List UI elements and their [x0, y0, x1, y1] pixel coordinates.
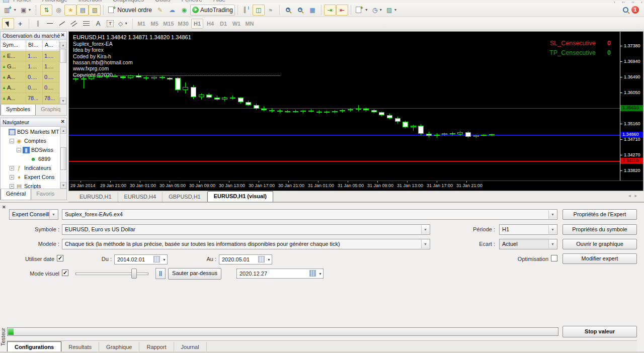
skip-button[interactable]: Sauter par-dessus [168, 268, 221, 280]
zoom-in-button[interactable] [282, 5, 294, 16]
cursor-tool[interactable] [2, 18, 14, 29]
from-date-field[interactable]: 2014.02.01▼ [114, 254, 168, 264]
column-symbol[interactable]: Sym... [1, 40, 26, 50]
chart-plot[interactable]: EURUSD,H1 1.34842 1.34871 1.34820 1.3486… [69, 32, 620, 181]
expand-toggle[interactable]: + [10, 166, 14, 170]
timeframe-button-H1[interactable]: H1 [191, 19, 203, 29]
data-window-toggle[interactable]: ◎ [52, 5, 64, 16]
tab-favoris[interactable]: Favoris [31, 189, 59, 200]
time-axis[interactable]: 29 Jan 201429 Jan 21:0030 Jan 01:0030 Ja… [69, 181, 643, 191]
close-icon[interactable]: ✕ [61, 119, 65, 124]
scroll-down-icon[interactable]: ▼ [60, 98, 66, 104]
horizontal-line-tool[interactable] [44, 18, 56, 29]
market-watch-toggle[interactable]: ⇅ [40, 5, 52, 16]
market-watch-row[interactable]: ▲A...0....0.... [1, 72, 60, 82]
notification-badge[interactable]: 1 [631, 6, 639, 14]
metaeditor-button[interactable]: ✎ [154, 5, 166, 16]
symbol-select[interactable]: EURUSD, Euro vs US Dollar▼ [62, 224, 430, 235]
navigator-item[interactable]: –◉Comptes [1, 136, 60, 145]
scroll-up-icon[interactable]: ▲ [60, 42, 66, 48]
market-watch-row[interactable]: ▲A...0....0.... [1, 82, 60, 93]
equidistant-channel-tool[interactable] [68, 18, 80, 29]
expand-toggle[interactable]: + [10, 184, 14, 189]
templates-button[interactable]: ▨▼ [384, 5, 399, 16]
open-chart-button[interactable]: Ouvrir le graphique [562, 239, 637, 249]
timeframe-button-W1[interactable]: W1 [230, 19, 243, 29]
model-select[interactable]: Chaque tick (la méthode la plus précise,… [62, 239, 430, 249]
timeframe-button-H4[interactable]: H4 [204, 19, 216, 29]
arrows-tool[interactable]: ◇▼ [116, 18, 130, 29]
new-chart-button[interactable]: ▥+▼ [2, 5, 19, 16]
search-button[interactable] [619, 5, 631, 16]
symbol-properties-button[interactable]: Propriétés du symbole [562, 224, 637, 235]
optimization-checkbox[interactable] [551, 255, 557, 261]
navigator-item[interactable]: ☻6899 [1, 154, 60, 163]
text-label-tool[interactable]: T [104, 18, 116, 29]
stop-button[interactable]: Stop valeur [562, 326, 637, 337]
speed-slider-thumb[interactable] [131, 269, 137, 279]
close-icon[interactable]: ✕ [61, 32, 65, 38]
visual-date-field[interactable]: 2020.12.27▼ [236, 269, 324, 279]
tab-graphique[interactable]: Graphiq [36, 105, 65, 115]
terminal-toggle[interactable]: ▤ [76, 5, 89, 16]
candlestick-chart-button[interactable]: ◫ [253, 5, 265, 16]
publish-button[interactable]: ☁ [166, 5, 178, 16]
scroll-up-icon[interactable]: ▲ [60, 127, 66, 134]
new-order-button[interactable]: +Nouvel ordre [106, 5, 154, 16]
expand-toggle[interactable]: – [10, 139, 14, 143]
navigator-item[interactable]: +▤Scripts [1, 182, 60, 189]
navigator-toggle[interactable]: ★ [64, 5, 76, 16]
signals-button[interactable]: ◉ [178, 5, 190, 16]
expert-properties-button[interactable]: Propriétés de l'Expert [562, 209, 637, 220]
expand-toggle[interactable]: + [10, 175, 14, 180]
market-watch-row[interactable]: ▲A...78...78... [1, 93, 60, 104]
timeframe-button-D1[interactable]: D1 [217, 19, 229, 29]
timeframe-button-MN[interactable]: MN [244, 19, 256, 29]
expand-toggle[interactable]: – [17, 148, 21, 152]
periods-button[interactable]: ◷▼ [370, 5, 384, 16]
trendline-tool[interactable] [56, 18, 68, 29]
expert-type-select[interactable]: Expert Conseiller▼ [9, 209, 58, 220]
tab-scroll-arrows[interactable]: ◂▸ [628, 193, 641, 198]
period-select[interactable]: H1▼ [499, 224, 557, 235]
profiles-button[interactable]: ▣▼ [19, 5, 33, 16]
tab-general[interactable]: Général [1, 189, 31, 200]
timeframe-button-M5[interactable]: M5 [148, 19, 160, 29]
text-tool[interactable]: A [92, 18, 104, 29]
fibonacci-tool[interactable] [80, 18, 92, 29]
expert-name-select[interactable]: Suplex_forex-EAv6.ex4▼ [62, 209, 557, 220]
navigator-item[interactable]: –▮BDSwiss [1, 145, 60, 154]
spread-select[interactable]: Actuel▼ [499, 239, 557, 249]
speed-slider-track[interactable] [75, 273, 148, 275]
price-axis[interactable]: 1.373801.369401.364901.360501.356101.351… [620, 32, 643, 181]
tester-tab[interactable]: Rapport [139, 342, 174, 352]
close-icon[interactable]: ✕ [2, 205, 6, 210]
chart-tab[interactable]: EURUSD,H1 (visual) [207, 191, 273, 202]
tester-tab[interactable]: Journal [174, 342, 207, 352]
tester-tab[interactable]: Graphique [99, 342, 139, 352]
autotrading-button[interactable]: AutoTrading [190, 5, 235, 16]
navigator-scrollbar[interactable]: ▲ ▼ [60, 127, 66, 189]
tester-tab[interactable]: Configurations [7, 341, 61, 352]
scroll-thumb[interactable] [60, 49, 66, 63]
column-bid[interactable]: BI... [26, 40, 43, 50]
tab-symboles[interactable]: Symboles [1, 104, 36, 115]
zoom-out-button[interactable] [294, 5, 306, 16]
market-watch-scrollbar[interactable]: ▲ ▼ [59, 42, 66, 104]
tester-side-caption[interactable]: Testeur [0, 321, 6, 352]
crosshair-tool[interactable]: + [14, 18, 26, 29]
use-date-checkbox[interactable]: ✓ [57, 255, 63, 261]
chart-tab[interactable]: GBPUSD,H1 [163, 192, 207, 202]
indicators-button[interactable]: +▼ [354, 5, 370, 16]
column-ask[interactable]: A... [43, 40, 59, 50]
chart-shift-toggle[interactable]: ⇤ [336, 5, 348, 16]
navigator-item[interactable]: +ƒIndicateurs [1, 163, 60, 172]
chart-tab[interactable]: EURUSD,H1 [73, 192, 118, 202]
auto-scroll-toggle[interactable]: ⇥ [324, 5, 336, 16]
vertical-line-tool[interactable] [32, 18, 44, 29]
market-watch-row[interactable]: ▲G...1....1.... [1, 61, 60, 72]
bar-chart-button[interactable]: ║╵ [240, 5, 253, 16]
scroll-thumb[interactable] [60, 147, 66, 170]
line-chart-button[interactable]: ≈ [265, 5, 277, 16]
chart-tab[interactable]: EURUSD,H4 [118, 192, 163, 202]
